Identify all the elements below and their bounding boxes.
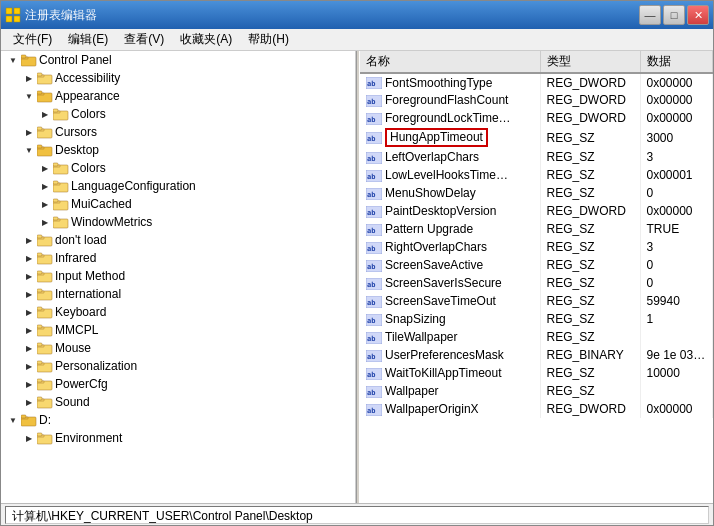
col-data[interactable]: 数据 — [640, 51, 713, 73]
table-row[interactable]: abScreenSaveActiveREG_SZ0 — [360, 256, 713, 274]
tree-expand-icon[interactable] — [21, 88, 37, 104]
reg-data: 1 — [640, 310, 713, 328]
svg-rect-2 — [6, 16, 12, 22]
reg-sz-icon: ab — [366, 222, 385, 236]
tree-node-keyboard[interactable]: Keyboard — [1, 303, 355, 321]
table-row[interactable]: abScreenSaverIsSecureREG_SZ0 — [360, 274, 713, 292]
tree-expand-icon[interactable] — [21, 430, 37, 446]
tree-expand-icon[interactable] — [5, 412, 21, 428]
table-row[interactable]: abMenuShowDelayREG_SZ0 — [360, 184, 713, 202]
reg-data: 0 — [640, 274, 713, 292]
tree-node-accessibility[interactable]: Accessibility — [1, 69, 355, 87]
reg-name: abHungAppTimeout — [360, 127, 540, 148]
table-row[interactable]: abRightOverlapCharsREG_SZ3 — [360, 238, 713, 256]
svg-rect-66 — [21, 415, 26, 418]
reg-name: abSnapSizing — [360, 310, 540, 328]
tree-expand-icon[interactable] — [37, 160, 53, 176]
registry-table[interactable]: 名称 类型 数据 abFontSmoothingTypeREG_DWORD0x0… — [360, 51, 713, 503]
reg-data: 3 — [640, 238, 713, 256]
folder-icon — [37, 71, 53, 85]
tree-node-appearance[interactable]: Appearance — [1, 87, 355, 105]
tree-node-sound[interactable]: Sound — [1, 393, 355, 411]
tree-expand-icon[interactable] — [21, 376, 37, 392]
table-row[interactable]: abLowLevelHooksTime…REG_SZ0x00001 — [360, 166, 713, 184]
reg-sz-icon: ab — [366, 168, 385, 182]
tree-expand-icon[interactable] — [21, 268, 37, 284]
tree-panel[interactable]: Control Panel Accessibility Appearance C… — [1, 51, 356, 503]
tree-node-environment[interactable]: Environment — [1, 429, 355, 447]
reg-type: REG_SZ — [540, 148, 640, 166]
tree-expand-icon[interactable] — [21, 340, 37, 356]
tree-node-label: don't load — [55, 233, 107, 247]
tree-expand-icon[interactable] — [21, 322, 37, 338]
tree-expand-icon[interactable] — [21, 304, 37, 320]
tree-expand-icon[interactable] — [37, 196, 53, 212]
table-row[interactable]: abFontSmoothingTypeREG_DWORD0x00000 — [360, 73, 713, 91]
table-row[interactable]: abScreenSaveTimeOutREG_SZ59940 — [360, 292, 713, 310]
tree-expand-icon[interactable] — [5, 52, 21, 68]
tree-expand-icon[interactable] — [21, 142, 37, 158]
table-row[interactable]: abSnapSizingREG_SZ1 — [360, 310, 713, 328]
table-row[interactable]: abPattern UpgradeREG_SZTRUE — [360, 220, 713, 238]
tree-node-cursors[interactable]: Cursors — [1, 123, 355, 141]
tree-node-inputmethod[interactable]: Input Method — [1, 267, 355, 285]
tree-node-d-root[interactable]: D: — [1, 411, 355, 429]
col-type[interactable]: 类型 — [540, 51, 640, 73]
tree-node-personalization[interactable]: Personalization — [1, 357, 355, 375]
tree-node-mouse[interactable]: Mouse — [1, 339, 355, 357]
svg-rect-57 — [37, 361, 42, 364]
tree-node-langconfig[interactable]: LanguageConfiguration — [1, 177, 355, 195]
tree-expand-icon[interactable] — [21, 394, 37, 410]
tree-node-dontload[interactable]: don't load — [1, 231, 355, 249]
tree-node-colors-desk[interactable]: Colors — [1, 159, 355, 177]
table-row[interactable]: abLeftOverlapCharsREG_SZ3 — [360, 148, 713, 166]
menu-edit[interactable]: 编辑(E) — [60, 29, 116, 50]
menu-favorites[interactable]: 收藏夹(A) — [172, 29, 240, 50]
table-row[interactable]: abForegroundFlashCountREG_DWORD0x00000 — [360, 91, 713, 109]
tree-node-mmcpl[interactable]: MMCPL — [1, 321, 355, 339]
table-row[interactable]: abWaitToKillAppTimeoutREG_SZ10000 — [360, 364, 713, 382]
menu-help[interactable]: 帮助(H) — [240, 29, 297, 50]
tree-expand-icon[interactable] — [21, 232, 37, 248]
tree-node-windowmetrics[interactable]: WindowMetrics — [1, 213, 355, 231]
tree-node-muicached[interactable]: MuiCached — [1, 195, 355, 213]
menu-view[interactable]: 查看(V) — [116, 29, 172, 50]
svg-text:ab: ab — [367, 98, 375, 106]
table-row[interactable]: abTileWallpaperREG_SZ — [360, 328, 713, 346]
close-button[interactable]: ✕ — [687, 5, 709, 25]
reg-name: abLowLevelHooksTime… — [360, 166, 540, 184]
reg-name: abWallpaper — [360, 382, 540, 400]
reg-name: abForegroundLockTime… — [360, 109, 540, 127]
col-name[interactable]: 名称 — [360, 51, 540, 73]
tree-expand-icon[interactable] — [21, 250, 37, 266]
svg-rect-27 — [53, 181, 58, 184]
maximize-button[interactable]: □ — [663, 5, 685, 25]
tree-expand-icon[interactable] — [21, 358, 37, 374]
folder-icon — [37, 125, 53, 139]
tree-expand-icon[interactable] — [37, 106, 53, 122]
tree-node-powercfg[interactable]: PowerCfg — [1, 375, 355, 393]
tree-expand-icon[interactable] — [21, 70, 37, 86]
tree-expand-icon[interactable] — [21, 286, 37, 302]
tree-node-colors-top[interactable]: Colors — [1, 105, 355, 123]
tree-expand-icon[interactable] — [37, 178, 53, 194]
reg-name: abPattern Upgrade — [360, 220, 540, 238]
table-row[interactable]: abWallpaperREG_SZ — [360, 382, 713, 400]
tree-node-control-panel[interactable]: Control Panel — [1, 51, 355, 69]
minimize-button[interactable]: — — [639, 5, 661, 25]
tree-expand-icon[interactable] — [37, 214, 53, 230]
tree-node-desktop[interactable]: Desktop — [1, 141, 355, 159]
reg-sz-icon: ab — [366, 150, 385, 164]
tree-node-infrared[interactable]: Infrared — [1, 249, 355, 267]
menu-file[interactable]: 文件(F) — [5, 29, 60, 50]
reg-data: 0 — [640, 184, 713, 202]
svg-rect-0 — [6, 8, 12, 14]
tree-node-international[interactable]: International — [1, 285, 355, 303]
table-row[interactable]: abUserPreferencesMaskREG_BINARY9e 1e 03… — [360, 346, 713, 364]
table-row[interactable]: abForegroundLockTime…REG_DWORD0x00000 — [360, 109, 713, 127]
table-row[interactable]: abPaintDesktopVersionREG_DWORD0x00000 — [360, 202, 713, 220]
table-row[interactable]: abHungAppTimeoutREG_SZ3000 — [360, 127, 713, 148]
tree-expand-icon[interactable] — [21, 124, 37, 140]
svg-rect-60 — [37, 379, 42, 382]
table-row[interactable]: abWallpaperOriginXREG_DWORD0x00000 — [360, 400, 713, 418]
